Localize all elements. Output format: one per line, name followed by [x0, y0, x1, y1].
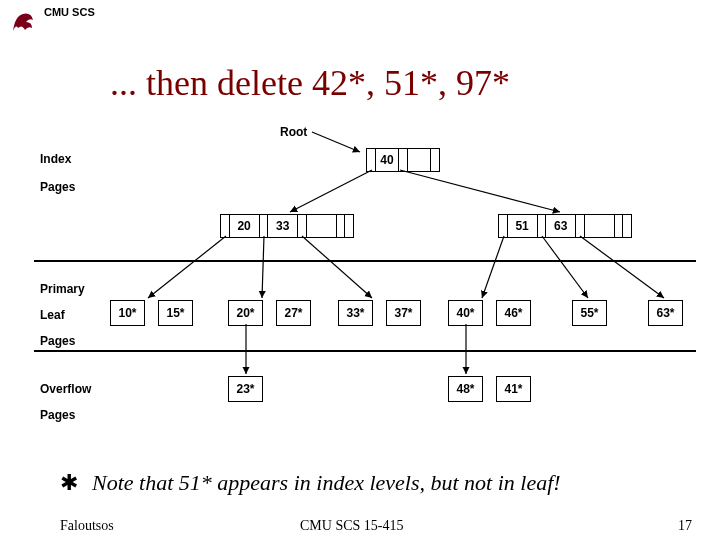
separator-1 [34, 260, 696, 262]
root-node: 40 [366, 148, 440, 172]
idx-left-k1: 33 [268, 215, 298, 237]
svg-line-6 [482, 236, 504, 298]
leaf-label: Leaf [40, 308, 65, 322]
org-label: CMU SCS [44, 6, 95, 18]
leaf-5: 37* [386, 300, 421, 326]
note-bullet: ✱ [60, 470, 78, 496]
overflow-1: 48* [448, 376, 483, 402]
cmu-logo [8, 6, 38, 36]
leaf-8: 55* [572, 300, 607, 326]
svg-line-7 [542, 236, 588, 298]
leaf-2: 20* [228, 300, 263, 326]
leaf-4: 33* [338, 300, 373, 326]
footer-course: CMU SCS 15-415 [300, 518, 403, 534]
leaf-1: 15* [158, 300, 193, 326]
slide-title: ... then delete 42*, 51*, 97* [110, 62, 510, 104]
separator-2 [34, 350, 696, 352]
primary-label: Primary [40, 282, 85, 296]
root-label: Root [280, 125, 307, 139]
leaf-3: 27* [276, 300, 311, 326]
leaf-6: 40* [448, 300, 483, 326]
footer-page: 17 [678, 518, 692, 534]
leaf-7: 46* [496, 300, 531, 326]
svg-line-5 [302, 236, 372, 298]
idx-right-k1: 63 [546, 215, 576, 237]
index-node-left: 20 33 [220, 214, 354, 238]
pages2-label: Pages [40, 334, 75, 348]
svg-line-0 [312, 132, 360, 152]
overflow-label: Overflow [40, 382, 91, 396]
pages1-label: Pages [40, 180, 75, 194]
svg-line-1 [290, 170, 372, 212]
idx-left-k0: 20 [230, 215, 260, 237]
root-key: 40 [376, 149, 400, 171]
overflow-2: 41* [496, 376, 531, 402]
idx-right-k0: 51 [508, 215, 538, 237]
svg-line-4 [262, 236, 264, 298]
overflow-0: 23* [228, 376, 263, 402]
index-node-right: 51 63 [498, 214, 632, 238]
pages3-label: Pages [40, 408, 75, 422]
note-text: Note that 51* appears in index levels, b… [92, 470, 561, 496]
leaf-9: 63* [648, 300, 683, 326]
footer-author: Faloutsos [60, 518, 114, 534]
index-label: Index [40, 152, 71, 166]
svg-line-2 [400, 170, 560, 212]
svg-line-8 [580, 236, 664, 298]
svg-line-3 [148, 236, 226, 298]
slide: CMU SCS ... then delete 42*, 51*, 97* Ro… [0, 0, 720, 540]
leaf-0: 10* [110, 300, 145, 326]
